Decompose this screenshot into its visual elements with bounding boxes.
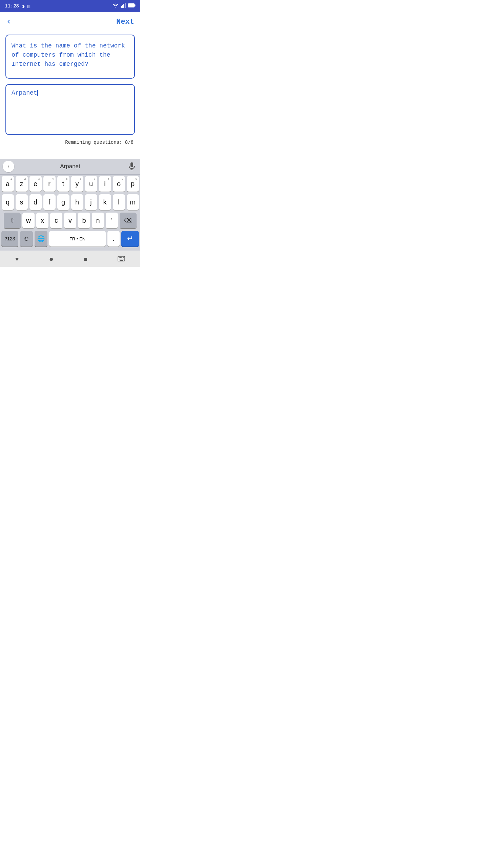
key-x[interactable]: x: [36, 213, 48, 228]
answer-text: Arpanet: [12, 90, 37, 96]
microphone-icon[interactable]: [126, 161, 138, 172]
svg-rect-3: [125, 3, 126, 8]
key-i[interactable]: 8 i: [99, 176, 111, 192]
svg-rect-0: [121, 6, 122, 8]
key-d[interactable]: d: [29, 194, 42, 210]
bottom-nav: ▼ ● ■: [0, 251, 140, 267]
next-button[interactable]: Next: [116, 18, 134, 26]
period-key[interactable]: .: [107, 231, 120, 246]
key-o[interactable]: 9 o: [113, 176, 125, 192]
key-a[interactable]: 1 a: [2, 176, 14, 192]
back-nav-button[interactable]: ▼: [15, 256, 19, 263]
keyboard: 1 a 2 z 3 e 4 r 5 t 6 y: [0, 175, 140, 251]
status-right: [113, 3, 136, 9]
suggestion-expand-button[interactable]: ›: [3, 161, 14, 172]
key-apostrophe[interactable]: ': [106, 213, 118, 228]
space-key[interactable]: FR • EN: [49, 231, 106, 246]
content-area: What is the name of the network of compu…: [0, 31, 140, 145]
remaining-questions: Remaining questions: 8/8: [5, 140, 135, 145]
key-row-2: q s d f g h j k l: [1, 194, 139, 210]
svg-rect-2: [123, 4, 124, 8]
status-left: 11:28 ◑ ▤: [5, 3, 30, 9]
key-q[interactable]: q: [2, 194, 14, 210]
app-icon-1: ◑: [22, 3, 24, 9]
back-button[interactable]: ‹: [6, 17, 12, 26]
key-p[interactable]: 0 p: [127, 176, 139, 192]
status-bar: 11:28 ◑ ▤: [0, 0, 140, 12]
num-switch-key[interactable]: ?123: [1, 231, 18, 246]
key-g[interactable]: g: [57, 194, 69, 210]
key-n[interactable]: n: [92, 213, 104, 228]
home-nav-button[interactable]: ●: [49, 255, 54, 264]
signal-icon: [121, 3, 126, 9]
key-v[interactable]: v: [64, 213, 76, 228]
key-row-3: ⇧ w x c v b n ' ⌫: [1, 213, 139, 228]
question-text: What is the name of the network of compu…: [12, 41, 129, 69]
key-f[interactable]: f: [43, 194, 56, 210]
key-c[interactable]: c: [50, 213, 62, 228]
key-row-4: ?123 ☺ 🌐 FR • EN . ↵: [1, 231, 139, 246]
key-w[interactable]: w: [22, 213, 35, 228]
time-display: 11:28: [5, 3, 19, 9]
question-box: What is the name of the network of compu…: [5, 35, 135, 79]
key-s[interactable]: s: [16, 194, 28, 210]
key-r[interactable]: 4 r: [43, 176, 56, 192]
key-u[interactable]: 7 u: [85, 176, 97, 192]
key-e[interactable]: 3 e: [29, 176, 42, 192]
svg-rect-6: [130, 162, 133, 167]
key-j[interactable]: j: [85, 194, 97, 210]
app-icon-2: ▤: [27, 3, 30, 9]
key-b[interactable]: b: [78, 213, 90, 228]
key-y[interactable]: 6 y: [71, 176, 83, 192]
key-t[interactable]: 5 t: [57, 176, 69, 192]
key-k[interactable]: k: [99, 194, 111, 210]
answer-box[interactable]: Arpanet: [5, 84, 135, 135]
key-h[interactable]: h: [71, 194, 83, 210]
wifi-icon: [113, 3, 119, 9]
nav-bar: ‹ Next: [0, 12, 140, 31]
text-cursor: [37, 90, 38, 96]
svg-rect-4: [128, 4, 135, 7]
svg-rect-5: [135, 4, 136, 6]
recents-nav-button[interactable]: ■: [84, 256, 87, 263]
backspace-key[interactable]: ⌫: [120, 213, 137, 228]
emoji-key[interactable]: ☺: [20, 231, 33, 246]
suggestions-bar: › Arpanet: [0, 159, 140, 175]
key-z[interactable]: 2 z: [16, 176, 28, 192]
key-m[interactable]: m: [127, 194, 139, 210]
svg-rect-1: [122, 5, 123, 8]
keyboard-nav-button[interactable]: [118, 256, 125, 263]
key-l[interactable]: l: [113, 194, 125, 210]
key-row-1: 1 a 2 z 3 e 4 r 5 t 6 y: [1, 176, 139, 192]
suggestion-word[interactable]: Arpanet: [16, 163, 125, 170]
keyboard-area: › Arpanet 1 a 2 z 3 e: [0, 159, 140, 251]
enter-key[interactable]: ↵: [121, 231, 139, 246]
globe-key[interactable]: 🌐: [35, 231, 47, 246]
battery-icon: [128, 3, 136, 9]
shift-key[interactable]: ⇧: [4, 213, 21, 228]
